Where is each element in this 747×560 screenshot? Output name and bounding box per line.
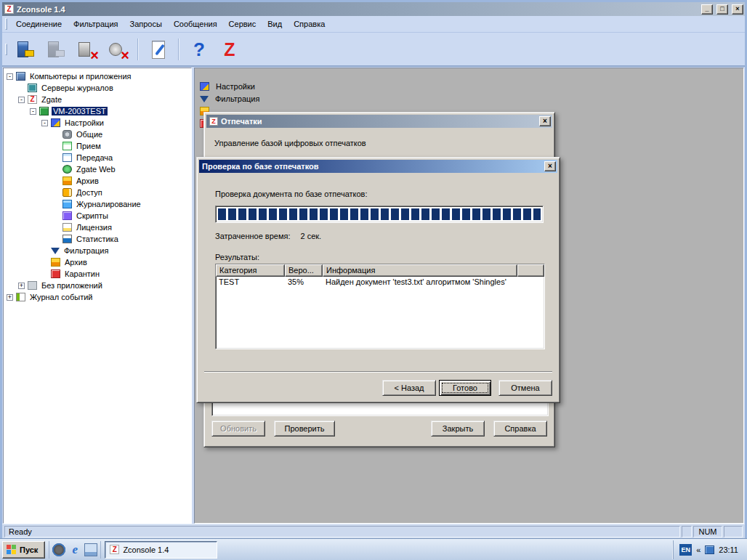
mail-send-icon	[62, 153, 72, 162]
maximize-button[interactable]: □	[716, 4, 728, 15]
tree-item-license[interactable]: Лицензия	[4, 222, 191, 233]
console-tree: - Компьютеры и приложения Серверы журнал…	[3, 68, 192, 524]
tree-item-logging[interactable]: Журналирование	[4, 198, 191, 210]
expand-toggle-icon[interactable]: +	[18, 283, 25, 289]
column-info[interactable]: Информация	[323, 264, 517, 277]
check-wizard-titlebar[interactable]: Проверка по базе отпечатков ×	[199, 160, 557, 173]
menu-messages[interactable]: Сообщения	[168, 17, 223, 31]
new-message-icon	[148, 39, 169, 60]
menu-view[interactable]: Вид	[262, 17, 288, 31]
screen: Z Zconsole 1.4 _ □ × Соединение Фильтрац…	[0, 0, 747, 560]
tree-item-quarantine[interactable]: Карантин	[4, 268, 191, 280]
results-table[interactable]: Категория Веро... Информация TEST 35% На…	[215, 264, 545, 349]
finish-button[interactable]: Готово	[439, 380, 491, 396]
tree-item-vm-2003test[interactable]: - VM-2003TEST	[4, 105, 191, 117]
media-player-icon[interactable]	[52, 543, 65, 556]
close-dialog-button[interactable]: Закрыть	[431, 421, 485, 437]
check-button[interactable]: Проверить	[274, 421, 335, 437]
tree-item-settings[interactable]: - Настройки	[4, 117, 191, 129]
title-bar[interactable]: Z Zconsole 1.4 _ □ ×	[2, 2, 745, 16]
tree-item-no-applications[interactable]: + Без приложений	[4, 280, 191, 291]
help-dialog-button[interactable]: Справка	[493, 421, 547, 437]
check-wizard-dialog: Проверка по базе отпечатков × Проверка д…	[196, 157, 560, 403]
tree-item-statistics[interactable]: Статистика	[4, 233, 191, 245]
zconsole-task-icon: Z	[110, 545, 119, 554]
language-indicator[interactable]: EN	[679, 544, 692, 556]
new-message-button[interactable]	[144, 35, 173, 64]
tree-item-zgate-web[interactable]: Zgate Web	[4, 163, 191, 175]
num-lock-indicator: NUM	[693, 526, 722, 537]
archive-icon	[51, 258, 60, 267]
toolbar: ? Z	[2, 33, 745, 67]
collapse-toggle-icon[interactable]: -	[41, 120, 48, 126]
toolbar-separator	[178, 38, 179, 60]
fingerprints-dialog-titlebar[interactable]: Z Отпечатки ×	[206, 115, 552, 128]
info-cell: Найден документ 'test3.txt' алгоритмом '…	[323, 277, 544, 288]
connect-button[interactable]	[12, 35, 41, 64]
fingerprints-description: Управление базой цифровых отпечатков	[214, 139, 366, 147]
menu-connection[interactable]: Соединение	[10, 17, 68, 31]
menu-filtering[interactable]: Фильтрация	[68, 17, 124, 31]
back-button[interactable]: < Назад	[382, 380, 436, 396]
filter-funnel-icon	[51, 248, 60, 254]
tree-item-archive-node[interactable]: Архив	[4, 256, 191, 268]
tree-item-access[interactable]: Доступ	[4, 187, 191, 198]
tree-item-computers-and-apps[interactable]: - Компьютеры и приложения	[4, 70, 191, 82]
close-connection-icon	[77, 39, 97, 60]
tree-item-transmit[interactable]: Передача	[4, 152, 191, 163]
expand-toggle-icon[interactable]: +	[7, 294, 13, 301]
column-category[interactable]: Категория	[216, 264, 285, 277]
collapse-toggle-icon[interactable]: -	[18, 97, 25, 103]
tree-item-filtering[interactable]: Фильтрация	[4, 245, 191, 256]
tree-item-receive[interactable]: Прием	[4, 140, 191, 152]
button-separator	[204, 371, 552, 373]
tree-item-log-servers[interactable]: Серверы журналов	[4, 82, 191, 94]
disconnect-button	[42, 35, 71, 64]
category-cell: TEST	[216, 277, 285, 288]
archive-icon	[62, 176, 72, 185]
filter-funnel-icon	[200, 96, 209, 102]
toolbar-grip-handle[interactable]	[5, 44, 7, 55]
tree-item-zgate[interactable]: - Zgate	[4, 94, 191, 105]
collapse-toggle-icon[interactable]: -	[7, 73, 13, 80]
collapse-toggle-icon[interactable]: -	[30, 108, 36, 115]
close-icon[interactable]: ×	[544, 161, 556, 171]
tree-item-general[interactable]: Общие	[4, 129, 191, 140]
zgate-about-button[interactable]: Z	[215, 35, 244, 64]
menu-bar: Соединение Фильтрация Запросы Сообщения …	[2, 16, 745, 33]
column-probability[interactable]: Веро...	[285, 264, 323, 277]
close-button[interactable]: ×	[732, 4, 743, 15]
settings-tools-icon	[51, 118, 60, 127]
cancel-request-button[interactable]	[103, 35, 132, 64]
progress-fill	[218, 208, 541, 220]
menu-service[interactable]: Сервис	[223, 17, 262, 31]
menu-help[interactable]: Справка	[288, 17, 331, 31]
elapsed-time-row: Затраченное время: 2 сек.	[215, 232, 321, 240]
network-tray-icon[interactable]	[705, 545, 714, 554]
taskbar-task-zconsole[interactable]: Z Zconsole 1.4	[105, 541, 217, 559]
zconsole-window: Z Zconsole 1.4 _ □ × Соединение Фильтрац…	[0, 0, 747, 538]
menubar-grip-handle[interactable]	[5, 18, 7, 30]
fingerprints-dialog-icon: Z	[209, 117, 218, 126]
tray-chevron-icon[interactable]: «	[696, 545, 700, 554]
minimize-button[interactable]: _	[701, 4, 713, 15]
internet-explorer-icon[interactable]	[68, 543, 81, 556]
help-button-toolbar[interactable]: ?	[185, 35, 214, 64]
no-apps-icon	[28, 281, 37, 290]
main-area: - Компьютеры и приложения Серверы журнал…	[2, 67, 745, 524]
content-item-settings[interactable]: Настройки	[198, 80, 262, 92]
show-desktop-icon[interactable]	[84, 543, 97, 556]
start-button[interactable]: Пуск	[2, 541, 45, 559]
tree-item-scripts[interactable]: Скрипты	[4, 210, 191, 222]
status-panel-empty	[682, 526, 692, 537]
results-row[interactable]: TEST 35% Найден документ 'test3.txt' алг…	[216, 277, 544, 288]
web-globe-icon	[62, 165, 72, 174]
tree-item-event-log[interactable]: + Журнал событий	[4, 291, 191, 303]
status-text: Ready	[4, 526, 680, 537]
tree-item-archive[interactable]: Архив	[4, 175, 191, 187]
close-connection-button[interactable]	[73, 35, 102, 64]
content-item-filtering[interactable]: Фильтрация	[198, 92, 262, 105]
menu-queries[interactable]: Запросы	[124, 17, 168, 31]
cancel-button[interactable]: Отмена	[498, 380, 552, 396]
close-icon[interactable]: ×	[539, 116, 551, 126]
